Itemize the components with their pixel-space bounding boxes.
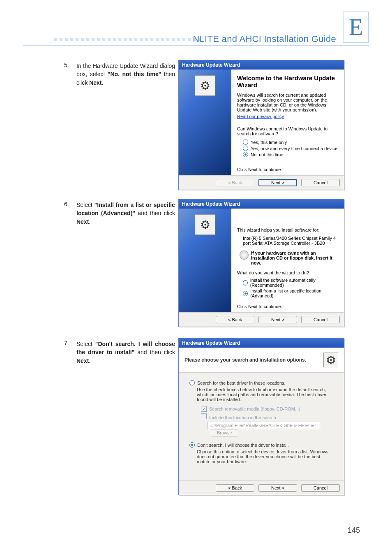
checkbox-include-location xyxy=(201,413,207,419)
browse-button: Browse xyxy=(211,429,238,436)
radio-search-locations[interactable]: Search for the best driver in these loca… xyxy=(189,380,333,385)
radio-auto[interactable]: Install the software automatically (Reco… xyxy=(243,278,338,288)
step-number: 5. xyxy=(64,62,76,87)
cd-icon xyxy=(240,251,249,260)
next-button[interactable]: Next > xyxy=(258,179,297,186)
radio-yes-always[interactable]: Yes, now and every time I connect a devi… xyxy=(243,146,338,151)
dialog-sidepane: ⚙ xyxy=(179,209,231,312)
dialog-sidepane: ⚙ xyxy=(179,70,231,175)
device-name: Intel(R) 5 Series/3400 Series Chipset Fa… xyxy=(243,236,338,246)
appendix-badge: E xyxy=(343,12,369,43)
step-number: 7. xyxy=(64,340,76,365)
back-button[interactable]: < Back xyxy=(216,316,254,323)
radio-no[interactable]: No, not this time xyxy=(243,152,338,157)
dialog-intro: This wizard helps you install software f… xyxy=(237,227,338,232)
next-button[interactable]: Next > xyxy=(258,484,297,492)
radio-yes-once[interactable]: Yes, this time only xyxy=(243,139,338,145)
appendix-letter: E xyxy=(349,14,363,40)
privacy-link[interactable]: Read our privacy policy xyxy=(237,114,338,119)
hardware-icon: ⚙ xyxy=(195,75,215,96)
wizard-dialog-step7: Hardware Update Wizard Please choose you… xyxy=(178,338,344,495)
opt1-desc: Use the check boxes below to limit or ex… xyxy=(197,387,333,402)
page-number: 145 xyxy=(348,526,360,535)
dialog-continue-text: Click Next to continue. xyxy=(237,304,338,309)
radio-advanced[interactable]: Install from a list or specific location… xyxy=(243,288,338,298)
hardware-icon: ⚙ xyxy=(195,214,215,235)
dialog-heading: Welcome to the Hardware Update Wizard xyxy=(237,74,338,88)
back-button[interactable]: < Back xyxy=(216,484,254,492)
page-title: NLITE and AHCI Installation Guide xyxy=(193,34,336,44)
step-text: In the Hardware Update Wizard dialog box… xyxy=(76,62,175,87)
wizard-dialog-step6: Hardware Update Wizard ⚙ This wizard hel… xyxy=(178,199,344,327)
next-button[interactable]: Next > xyxy=(258,316,297,323)
dialog-continue-text: Click Next to continue. xyxy=(237,167,338,172)
dialog-titlebar: Hardware Update Wizard xyxy=(179,200,344,209)
dialog-question: Can Windows connect to Windows Update to… xyxy=(237,126,338,136)
cancel-button[interactable]: Cancel xyxy=(301,484,340,492)
step-text: Select "Install from a list or specific … xyxy=(76,201,175,226)
dialog-heading: Please choose your search and installati… xyxy=(184,357,306,363)
header-dots xyxy=(54,38,201,41)
step-number: 6. xyxy=(64,201,76,226)
radio-dont-search[interactable]: Don't search. I will choose the driver t… xyxy=(189,442,333,448)
dialog-paragraph: Windows will search for current and upda… xyxy=(237,93,338,112)
install-hint: If your hardware came with an installati… xyxy=(251,251,338,265)
dialog-titlebar: Hardware Update Wizard xyxy=(179,60,344,70)
checkbox-removable-media: ✓ xyxy=(201,406,207,412)
cancel-button[interactable]: Cancel xyxy=(301,179,340,186)
checkbox-label: Include this location in the search: xyxy=(209,415,277,420)
back-button: < Back xyxy=(216,179,254,186)
cancel-button[interactable]: Cancel xyxy=(301,316,340,323)
dialog-question: What do you want the wizard to do? xyxy=(237,270,338,275)
path-input: C:\Program Files\Realtek\REALTEK GbE & F… xyxy=(208,422,320,429)
step-text: Select "Don't search. I will choose the … xyxy=(76,340,175,365)
checkbox-label: Search removable media (floppy, CD-ROM..… xyxy=(209,406,300,411)
wizard-dialog-step5: Hardware Update Wizard ⚙ Welcome to the … xyxy=(178,60,344,190)
header-rule xyxy=(23,45,369,46)
opt2-desc: Choose this option to select the device … xyxy=(197,449,333,464)
dialog-titlebar: Hardware Update Wizard xyxy=(179,339,344,348)
hardware-icon: ⚙ xyxy=(323,353,338,367)
